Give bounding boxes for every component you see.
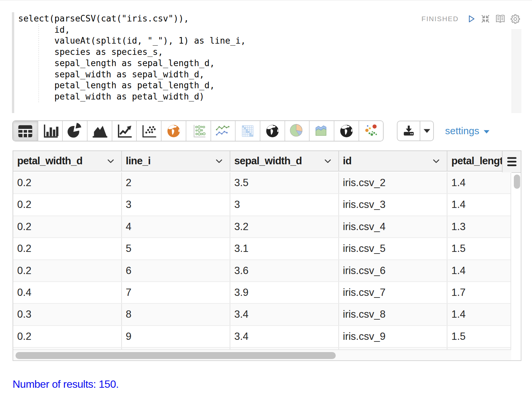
- table-cell: 1.7: [447, 282, 512, 303]
- chevron-down-icon[interactable]: [216, 159, 222, 163]
- settings-link[interactable]: settings: [445, 121, 490, 141]
- column-header-line_i[interactable]: line_i: [122, 151, 231, 171]
- column-header-id[interactable]: id: [339, 151, 448, 171]
- code-line: sepal_width as sepal_width_d,: [18, 69, 246, 80]
- chevron-down-icon[interactable]: [433, 159, 439, 163]
- line-icon: [116, 122, 133, 140]
- result-table: petal_width_dline_isepal_width_didpetal_…: [13, 150, 521, 361]
- download-icon: [401, 124, 416, 138]
- table-body: 0.223.5iris.csv_21.40.233iris.csv_31.40.…: [13, 172, 512, 350]
- chart-button-heatmap[interactable]: [235, 121, 260, 141]
- column-header-label: sepal_width_d: [234, 151, 302, 171]
- column-header-petal_width_d[interactable]: petal_width_d: [13, 151, 122, 171]
- download-dropdown-button[interactable]: [420, 121, 433, 140]
- table-cell: iris.csv_8: [339, 304, 448, 325]
- table-cell: 6: [122, 260, 231, 281]
- table-cell: 3.4: [230, 304, 339, 325]
- chart-button-bubble-matrix[interactable]: [186, 121, 210, 141]
- chart-button-bubble-scatter[interactable]: [359, 121, 383, 141]
- bubble-matrix-icon: [190, 122, 207, 140]
- chart-button-map-dark-globe-2[interactable]: [334, 121, 359, 141]
- dots-colored-icon: [362, 122, 380, 140]
- chart-button-map-dark-globe[interactable]: [260, 121, 285, 141]
- chart-button-pie-chart-pastel[interactable]: [285, 121, 309, 141]
- table-cell: iris.csv_2: [339, 172, 448, 193]
- table-cell: 3.4: [230, 326, 339, 347]
- table-cell: 3: [230, 194, 339, 215]
- table-cell: 0.2: [13, 216, 122, 237]
- chevron-down-icon[interactable]: [107, 159, 114, 163]
- table-row: 0.243.2iris.csv_41.3: [13, 216, 512, 238]
- code-line: petal_width as petal_width_d): [18, 91, 246, 102]
- chevron-down-icon[interactable]: [324, 159, 331, 163]
- table-cell: 7: [122, 282, 231, 303]
- horizontal-scrollbar[interactable]: [13, 349, 521, 360]
- code-line: species as species_s,: [18, 47, 246, 58]
- grid-menu-button[interactable]: [502, 151, 521, 173]
- table-cell: 3.9: [230, 282, 339, 303]
- code-line: sepal_length as sepal_length_d,: [18, 58, 246, 69]
- table-cell: 1.3: [447, 216, 512, 237]
- horizontal-scrollbar-thumb[interactable]: [16, 352, 336, 359]
- code-text[interactable]: select(parseCSV(cat("iris.csv")), id, va…: [18, 13, 246, 102]
- chart-type-button-group: [12, 120, 384, 141]
- code-line: select(parseCSV(cat("iris.csv")),: [18, 13, 246, 24]
- chart-button-map-orange-globe[interactable]: [161, 121, 186, 141]
- book-icon[interactable]: [495, 14, 505, 23]
- hamburger-menu-icon: [507, 157, 516, 167]
- code-editor[interactable]: select(parseCSV(cat("iris.csv")), id, va…: [0, 12, 532, 113]
- vertical-scrollbar[interactable]: [511, 173, 521, 350]
- table-row: 0.223.5iris.csv_21.4: [13, 172, 512, 194]
- table-row: 0.383.4iris.csv_81.4: [13, 304, 512, 326]
- globe-dark2-icon: [338, 122, 355, 140]
- column-header-sepal_width_d[interactable]: sepal_width_d: [230, 151, 339, 171]
- table-cell: 4: [122, 216, 231, 237]
- caret-down-icon: [483, 130, 490, 134]
- table-row: 0.293.4iris.csv_91.5: [13, 326, 512, 348]
- table-cell: 3.5: [230, 172, 339, 193]
- table-cell: iris.csv_9: [339, 326, 448, 347]
- chart-button-area-chart[interactable]: [87, 121, 112, 141]
- shrink-icon[interactable]: [481, 14, 490, 23]
- table-cell: iris.csv_6: [339, 260, 448, 281]
- chart-button-area-chart-pastel[interactable]: [309, 121, 334, 141]
- table-row: 0.233iris.csv_31.4: [13, 194, 512, 216]
- results-count-text: Number of results: 150.: [13, 378, 119, 390]
- table-cell: 1.4: [447, 172, 512, 193]
- column-header-label: petal_width_d: [17, 151, 83, 171]
- paragraph-controls: FINISHED: [422, 14, 520, 24]
- page-top-divider: [0, 0, 532, 1]
- table-icon: [17, 122, 34, 140]
- table-cell: 0.3: [13, 304, 122, 325]
- editor-scrollbar-track[interactable]: [512, 29, 521, 113]
- code-line: petal_length as petal_length_d,: [18, 80, 246, 91]
- table-cell: 1.4: [447, 304, 512, 325]
- code-line: valueAt(split(id, "_"), 1) as line_i,: [18, 35, 246, 47]
- chart-button-table[interactable]: [13, 121, 38, 141]
- chart-button-scatter-chart[interactable]: [136, 121, 161, 141]
- table-cell: 3: [122, 194, 231, 215]
- table-row: 0.473.9iris.csv_71.7: [13, 282, 512, 304]
- table-cell: 1.5: [447, 326, 512, 347]
- caret-down-icon: [423, 129, 431, 133]
- globe-orange-icon: [165, 122, 182, 140]
- table-cell: 0.2: [13, 260, 122, 281]
- gear-icon[interactable]: [511, 14, 520, 24]
- chart-button-pie-chart[interactable]: [62, 121, 87, 141]
- area-pastel-icon: [313, 122, 330, 140]
- status-badge: FINISHED: [422, 15, 459, 23]
- editor-gutter-bar: [12, 12, 14, 113]
- chart-button-line-chart[interactable]: [112, 121, 136, 141]
- table-cell: 3.6: [230, 260, 339, 281]
- download-button[interactable]: [398, 121, 420, 140]
- chart-button-bar-chart[interactable]: [38, 121, 62, 141]
- vertical-scrollbar-thumb[interactable]: [514, 175, 520, 189]
- column-header-label: line_i: [126, 151, 151, 171]
- pie-pastel-icon: [288, 122, 306, 140]
- run-icon[interactable]: [467, 14, 475, 23]
- pie-icon: [66, 122, 84, 140]
- area-icon: [91, 122, 108, 140]
- table-cell: 9: [122, 326, 231, 347]
- chart-button-multi-line-chart[interactable]: [210, 121, 235, 141]
- table-cell: 0.4: [13, 282, 122, 303]
